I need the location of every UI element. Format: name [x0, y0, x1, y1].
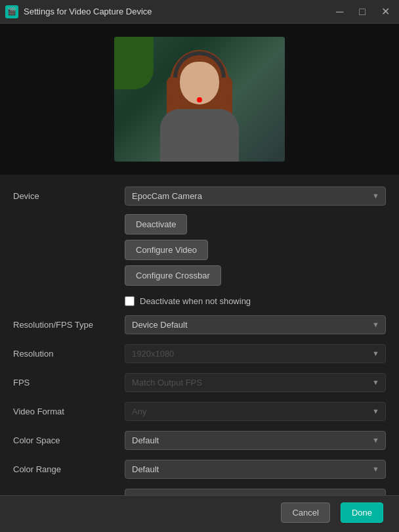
resolution-control: 1920x1080 ▼	[125, 344, 386, 363]
close-button[interactable]: ✕	[377, 5, 394, 18]
fps-dropdown: Match Output FPS	[125, 373, 386, 392]
video-format-row: Video Format Any ▼	[13, 401, 386, 422]
cancel-button[interactable]: Cancel	[281, 502, 329, 523]
minimize-button[interactable]: ─	[332, 5, 347, 18]
configure-video-button[interactable]: Configure Video	[125, 240, 208, 260]
resolution-fps-row: Resolution/FPS Type Device Default ▼	[13, 314, 386, 335]
app-icon-glyph: 🎬	[7, 7, 16, 16]
video-format-dropdown: Any	[125, 402, 386, 421]
person-body	[160, 109, 239, 162]
buttons-row-3: Configure Crossbar	[125, 265, 386, 288]
color-space-row: Color Space Default ▼	[13, 430, 386, 451]
buffering-control: Auto-Detect ▼	[125, 489, 386, 496]
fps-control: Match Output FPS ▼	[125, 373, 386, 392]
color-range-dropdown[interactable]: Default	[125, 460, 386, 479]
color-range-dropdown-wrapper: Default ▼	[125, 460, 386, 479]
headphones	[173, 51, 226, 78]
video-format-control: Any ▼	[125, 402, 386, 421]
action-buttons-row: Deactivate Configure Video Configure Cro…	[13, 214, 386, 288]
deactivate-button[interactable]: Deactivate	[125, 214, 187, 234]
buttons-row-1: Deactivate	[125, 214, 386, 237]
color-space-dropdown-wrapper: Default ▼	[125, 431, 386, 450]
deactivate-checkbox-row: Deactivate when not showing	[125, 296, 386, 306]
color-range-control: Default ▼	[125, 460, 386, 479]
buffering-dropdown[interactable]: Auto-Detect	[125, 489, 386, 496]
video-format-label: Video Format	[13, 407, 125, 416]
settings-content: Device EpocCam Camera ▼ Deactivate Confi…	[0, 175, 399, 495]
footer: Cancel Done	[0, 495, 399, 532]
resolution-row: Resolution 1920x1080 ▼	[13, 343, 386, 364]
resolution-fps-dropdown-wrapper: Device Default ▼	[125, 315, 386, 334]
configure-crossbar-button[interactable]: Configure Crossbar	[125, 265, 221, 286]
buttons-row-2: Configure Video	[125, 240, 386, 263]
color-space-control: Default ▼	[125, 431, 386, 450]
ok-button[interactable]: Done	[341, 502, 383, 523]
resolution-dropdown-wrapper: 1920x1080 ▼	[125, 344, 386, 363]
buffering-dropdown-wrapper: Auto-Detect ▼	[125, 489, 386, 496]
fps-label: FPS	[13, 378, 125, 388]
fps-row: FPS Match Output FPS ▼	[13, 372, 386, 393]
color-space-dropdown[interactable]: Default	[125, 431, 386, 450]
resolution-fps-dropdown[interactable]: Device Default	[125, 315, 386, 334]
maximize-button[interactable]: □	[355, 5, 369, 18]
video-frame	[114, 37, 285, 162]
red-indicator	[197, 97, 202, 102]
device-dropdown-wrapper: EpocCam Camera ▼	[125, 187, 386, 206]
video-format-dropdown-wrapper: Any ▼	[125, 402, 386, 421]
fps-dropdown-wrapper: Match Output FPS ▼	[125, 373, 386, 392]
titlebar-title: Settings for Video Capture Device	[24, 7, 152, 16]
app-icon: 🎬	[5, 5, 18, 18]
titlebar-controls: ─ □ ✕	[332, 5, 394, 18]
device-row: Device EpocCam Camera ▼	[13, 185, 386, 206]
deactivate-when-not-showing-checkbox[interactable]	[125, 296, 135, 306]
titlebar: 🎬 Settings for Video Capture Device ─ □ …	[0, 0, 399, 24]
titlebar-left: 🎬 Settings for Video Capture Device	[5, 5, 152, 18]
bg-plants	[114, 37, 154, 89]
device-dropdown[interactable]: EpocCam Camera	[125, 187, 386, 206]
color-space-label: Color Space	[13, 435, 125, 445]
device-label: Device	[13, 191, 125, 201]
device-control: EpocCam Camera ▼	[125, 187, 386, 206]
video-preview	[0, 24, 399, 175]
buffering-row: Buffering Auto-Detect ▼	[13, 487, 386, 495]
action-buttons-group: Deactivate Configure Video Configure Cro…	[125, 214, 386, 288]
resolution-fps-label: Resolution/FPS Type	[13, 320, 125, 330]
color-range-label: Color Range	[13, 464, 125, 474]
resolution-fps-control: Device Default ▼	[125, 315, 386, 334]
color-range-row: Color Range Default ▼	[13, 458, 386, 479]
resolution-label: Resolution	[13, 349, 125, 359]
deactivate-when-not-showing-label: Deactivate when not showing	[140, 296, 251, 306]
resolution-dropdown: 1920x1080	[125, 344, 386, 363]
